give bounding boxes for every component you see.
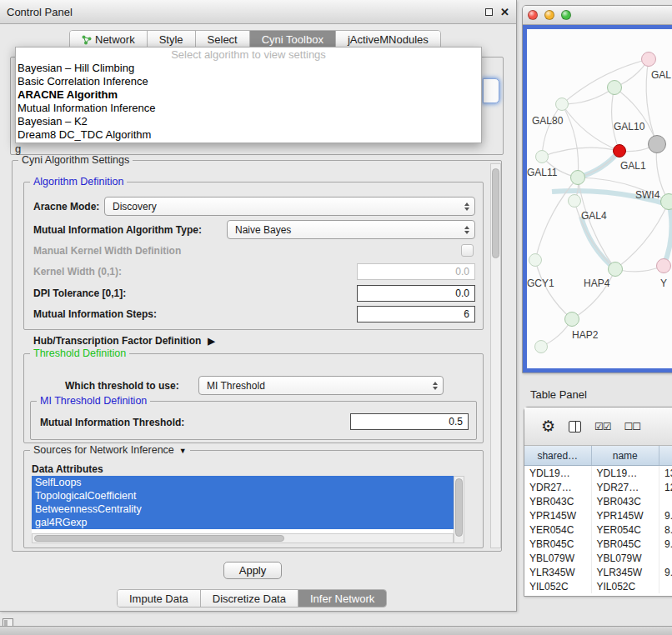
menu-item-bayesian-hill-climbing[interactable]: Bayesian – Hill Climbing xyxy=(16,62,481,75)
columns-icon[interactable] xyxy=(569,421,581,432)
data-attributes-list[interactable]: SelfLoopsTopologicalCoefficientBetweenne… xyxy=(32,476,454,533)
table-cell: YBR043C xyxy=(592,494,660,508)
mi-steps-field[interactable]: 6 xyxy=(357,306,475,322)
column-header-cut[interactable] xyxy=(659,446,672,465)
control-panel-titlebar[interactable]: Control Panel xyxy=(0,0,516,24)
table-panel-window: shared…name YDL19…YDL19…13…YDR27…YDR27…1… xyxy=(524,407,672,597)
tab-select[interactable]: Select xyxy=(196,31,250,48)
mi-threshold-label: Mutual Information Threshold: xyxy=(40,415,184,430)
stepper-arrows-icon xyxy=(464,202,469,211)
settings-scrollbar-thumb[interactable] xyxy=(492,168,499,258)
network-node[interactable] xyxy=(660,193,672,210)
gear-icon[interactable] xyxy=(541,417,555,436)
apply-button[interactable]: Apply xyxy=(223,562,282,579)
menu-placeholder: Select algorithm to view settings xyxy=(16,48,481,62)
menu-item-aracne-algorithm[interactable]: ARACNE Algorithm xyxy=(16,88,481,102)
table-cell: YER054C xyxy=(524,522,592,537)
attributes-hscrollbar[interactable] xyxy=(32,533,454,543)
network-canvas[interactable]: GALGAL80GAL10GAL11GAL1SWI4GAL4GCY1HAP4YH… xyxy=(527,29,672,368)
node-label: SWI4 xyxy=(635,189,659,201)
network-node[interactable] xyxy=(641,52,656,67)
attributes-vscrollbar-thumb[interactable] xyxy=(455,478,463,537)
mi-algorithm-type-select[interactable]: Naive Bayes xyxy=(227,220,475,239)
tab-impute-data[interactable]: Impute Data xyxy=(118,590,201,607)
table-cell: YDL19… xyxy=(524,466,592,480)
node-label: GAL xyxy=(651,69,671,81)
float-window-icon[interactable] xyxy=(485,8,493,16)
table-body: YDL19…YDL19…13…YDR27…YDR27…12…YBR043CYBR… xyxy=(524,466,672,596)
which-threshold-label: Which threshold to use: xyxy=(65,378,179,393)
minimize-traffic-light-icon[interactable] xyxy=(544,10,554,20)
attribute-row-betweennesscentrality[interactable]: BetweennessCentrality xyxy=(32,502,454,516)
column-header-name[interactable]: name xyxy=(592,446,660,465)
network-node[interactable] xyxy=(613,144,626,158)
network-node[interactable] xyxy=(656,258,671,273)
zoom-traffic-light-icon[interactable] xyxy=(561,10,571,20)
table-row[interactable]: YBR045CYBR045C9. xyxy=(524,537,672,551)
settings-scrollbar[interactable] xyxy=(490,163,501,548)
table-cell xyxy=(659,551,672,565)
dpi-tolerance-field[interactable]: 0.0 xyxy=(357,285,475,302)
which-threshold-select[interactable]: MI Threshold xyxy=(198,376,444,395)
network-node[interactable] xyxy=(564,312,579,327)
node-label: HAP2 xyxy=(572,329,598,341)
tab-cyni-toolbox[interactable]: Cyni Toolbox xyxy=(250,31,336,48)
sources-group-toggle[interactable]: Sources for Network Inference xyxy=(30,444,190,457)
attribute-row-topologicalcoefficient[interactable]: TopologicalCoefficient xyxy=(32,489,454,502)
table-cell: YIL052C xyxy=(524,579,592,593)
tab-jactivemnodules[interactable]: jActiveMNodules xyxy=(336,31,440,48)
table-row[interactable]: YBL079WYBL079W xyxy=(524,551,672,565)
deselect-all-rows-icon[interactable] xyxy=(624,421,641,432)
network-window-titlebar[interactable] xyxy=(523,6,672,25)
menu-item-bayesian-k2[interactable]: Bayesian – K2 xyxy=(16,115,481,128)
network-node[interactable] xyxy=(534,340,548,353)
algorithm-menu: Select algorithm to view settings Bayesi… xyxy=(15,47,482,143)
node-label: Y xyxy=(660,278,667,289)
network-node[interactable] xyxy=(535,150,549,163)
hub-section-toggle[interactable]: Hub/Transcription Factor Definition xyxy=(33,333,215,348)
select-all-rows-icon[interactable] xyxy=(594,421,611,432)
table-cell: YPR145W xyxy=(592,508,660,522)
attribute-row-gal4rgexp[interactable]: gal4RGexp xyxy=(32,516,454,529)
network-node[interactable] xyxy=(529,253,542,267)
mi-steps-label: Mutual Information Steps: xyxy=(33,307,157,322)
manual-kernel-width-checkbox[interactable] xyxy=(461,244,474,257)
table-cell: 9. xyxy=(659,565,672,579)
which-threshold-value: MI Threshold xyxy=(207,380,265,392)
table-row[interactable]: YDR27…YDR27…12… xyxy=(524,480,672,494)
stepper-arrows-icon xyxy=(464,226,469,234)
network-node[interactable] xyxy=(648,135,666,153)
tab-discretize-data[interactable]: Discretize Data xyxy=(201,590,298,607)
table-row[interactable]: YBR043CYBR043C xyxy=(524,494,672,508)
table-cell: YBR045C xyxy=(524,537,592,551)
aracne-mode-select[interactable]: Discovery xyxy=(104,197,475,216)
column-header-shared[interactable]: shared… xyxy=(524,446,592,465)
attribute-row-selfloops[interactable]: SelfLoops xyxy=(32,476,454,489)
tab-style[interactable]: Style xyxy=(148,31,196,48)
menu-item-mutual-information-inference[interactable]: Mutual Information Inference xyxy=(16,102,481,115)
desktop: Control Panel NetworkStyleSelectCyni Too… xyxy=(0,0,672,635)
table-row[interactable]: YIL052CYIL052C xyxy=(524,579,672,593)
table-cell: YPR145W xyxy=(524,508,592,522)
kernel-width-field[interactable]: 0.0 xyxy=(357,263,475,280)
table-row[interactable]: YER054CYER054C8. xyxy=(524,522,672,537)
mi-threshold-field[interactable]: 0.5 xyxy=(350,413,469,430)
obscured-combo-edge[interactable] xyxy=(483,78,499,103)
network-node[interactable] xyxy=(568,194,581,208)
close-icon[interactable] xyxy=(500,4,509,19)
network-node[interactable] xyxy=(607,80,622,95)
table-row[interactable]: YDL19…YDL19…13… xyxy=(524,466,672,480)
network-node[interactable] xyxy=(608,262,623,277)
tab-infer-network[interactable]: Infer Network xyxy=(298,590,386,607)
table-row[interactable]: YPR145WYPR145W9. xyxy=(524,508,672,522)
network-view-border: GALGAL80GAL10GAL11GAL1SWI4GAL4GCY1HAP4YH… xyxy=(523,25,672,372)
network-node[interactable] xyxy=(555,98,569,111)
attributes-vscrollbar[interactable] xyxy=(454,476,464,543)
table-row[interactable]: YLR345WYLR345W9. xyxy=(524,565,672,579)
menu-item-dream8-dc-tdc-algorithm[interactable]: Dream8 DC_TDC Algorithm xyxy=(16,128,481,142)
tab-network[interactable]: Network xyxy=(70,31,148,48)
close-traffic-light-icon[interactable] xyxy=(528,10,538,20)
menu-item-basic-correlation-inference[interactable]: Basic Correlation Inference xyxy=(16,75,481,88)
attributes-hscrollbar-thumb[interactable] xyxy=(34,535,284,542)
network-node[interactable] xyxy=(570,170,585,185)
